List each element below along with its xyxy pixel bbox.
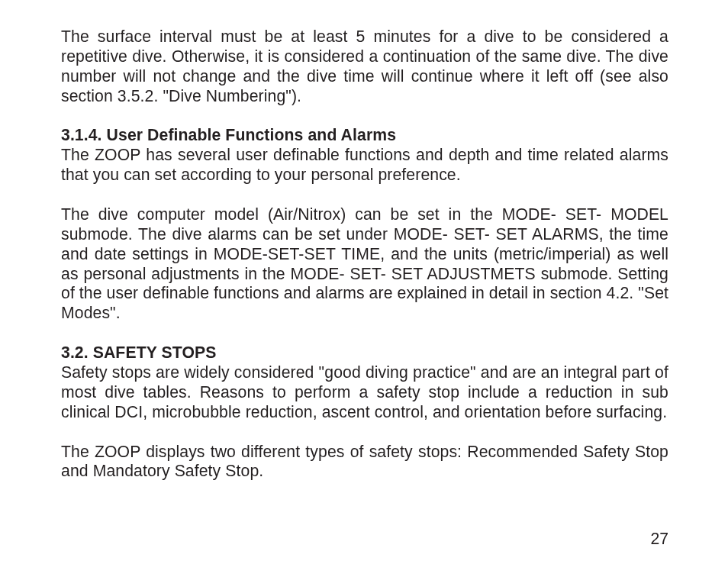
paragraph-3-1-4-b: The dive computer model (Air/Nitrox) can… <box>61 205 668 323</box>
paragraph-3-2-b: The ZOOP displays two different types of… <box>61 442 668 482</box>
section-3-2: 3.2. SAFETY STOPS Safety stops are widel… <box>61 343 668 421</box>
paragraph-intro: The surface interval must be at least 5 … <box>61 27 668 105</box>
page-number: 27 <box>650 530 668 548</box>
heading-3-1-4: 3.1.4. User Definable Functions and Alar… <box>61 126 396 143</box>
section-3-1-4: 3.1.4. User Definable Functions and Alar… <box>61 125 668 185</box>
heading-3-2: 3.2. SAFETY STOPS <box>61 343 216 361</box>
paragraph-3-1-4-a: The ZOOP has several user definable func… <box>61 146 668 183</box>
document-page: The surface interval must be at least 5 … <box>0 0 728 577</box>
paragraph-3-2-a: Safety stops are widely considered "good… <box>61 363 668 421</box>
